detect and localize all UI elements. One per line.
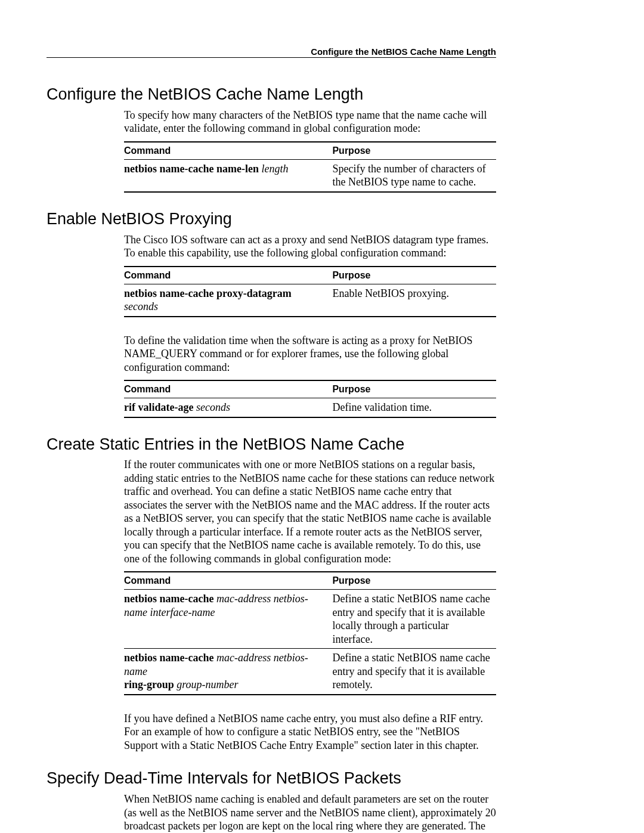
col-header-purpose: Purpose <box>332 142 496 160</box>
running-head-rule <box>47 57 496 58</box>
col-header-command: Command <box>124 267 332 284</box>
command-arg: group-number <box>177 679 238 690</box>
table-row: netbios name-cache mac-address netbios-n… <box>124 649 496 695</box>
col-header-purpose: Purpose <box>332 380 496 398</box>
section-heading-cache-length: Configure the NetBIOS Cache Name Length <box>47 85 496 105</box>
page: Configure the NetBIOS Cache Name Length … <box>0 0 644 833</box>
cell-command: netbios name-cache mac-address netbios-n… <box>124 649 332 695</box>
content-body: Configure the NetBIOS Cache Name Length … <box>47 85 496 833</box>
col-header-command: Command <box>124 142 332 160</box>
command-table: Command Purpose netbios name-cache mac-a… <box>124 571 496 695</box>
command-arg: seconds <box>196 401 230 413</box>
cell-purpose: Specify the number of characters of the … <box>332 159 496 192</box>
command-table: Command Purpose netbios name-cache proxy… <box>124 266 496 317</box>
paragraph: The Cisco IOS software can act as a prox… <box>124 233 496 260</box>
section-heading-proxying: Enable NetBIOS Proxying <box>47 209 496 230</box>
cell-command: netbios name-cache name-len length <box>124 159 332 192</box>
col-header-purpose: Purpose <box>332 267 496 284</box>
command-table: Command Purpose rif validate-age seconds… <box>124 380 496 418</box>
command-keyword: ring-group <box>124 679 174 690</box>
cell-command: rif validate-age seconds <box>124 398 332 417</box>
section-heading-static-entries: Create Static Entries in the NetBIOS Nam… <box>47 435 496 455</box>
command-keyword: netbios name-cache <box>124 652 213 664</box>
cell-command: netbios name-cache proxy-datagram second… <box>124 284 332 317</box>
cell-purpose: Define a static NetBIOS name cache entry… <box>332 590 496 649</box>
cell-purpose: Enable NetBIOS proxying. <box>332 284 496 317</box>
running-head: Configure the NetBIOS Cache Name Length <box>311 47 496 58</box>
table-row: netbios name-cache proxy-datagram second… <box>124 284 496 317</box>
cell-purpose: Define validation time. <box>332 398 496 417</box>
paragraph: To define the validation time when the s… <box>124 334 496 374</box>
table-row: netbios name-cache name-len length Speci… <box>124 159 496 192</box>
paragraph: To specify how many characters of the Ne… <box>124 109 496 135</box>
command-table: Command Purpose netbios name-cache name-… <box>124 141 496 193</box>
col-header-purpose: Purpose <box>332 572 496 590</box>
paragraph: When NetBIOS name caching is enabled and… <box>124 792 496 833</box>
command-keyword: netbios name-cache proxy-datagram <box>124 287 292 299</box>
table-row: netbios name-cache mac-address netbios-n… <box>124 590 496 649</box>
command-arg: seconds <box>124 301 158 312</box>
cell-purpose: Define a static NetBIOS name cache entry… <box>332 649 496 695</box>
paragraph: If you have defined a NetBIOS name cache… <box>124 712 496 753</box>
cell-command: netbios name-cache mac-address netbios-n… <box>124 590 332 649</box>
paragraph: If the router communicates with one or m… <box>124 458 496 565</box>
section-heading-deadtime: Specify Dead-Time Intervals for NetBIOS … <box>47 769 496 789</box>
col-header-command: Command <box>124 572 332 590</box>
col-header-command: Command <box>124 380 332 398</box>
command-arg: length <box>261 163 288 175</box>
command-keyword: rif validate-age <box>124 401 193 413</box>
command-keyword: netbios name-cache <box>124 593 213 605</box>
command-keyword: netbios name-cache name-len <box>124 163 259 175</box>
table-row: rif validate-age seconds Define validati… <box>124 398 496 417</box>
